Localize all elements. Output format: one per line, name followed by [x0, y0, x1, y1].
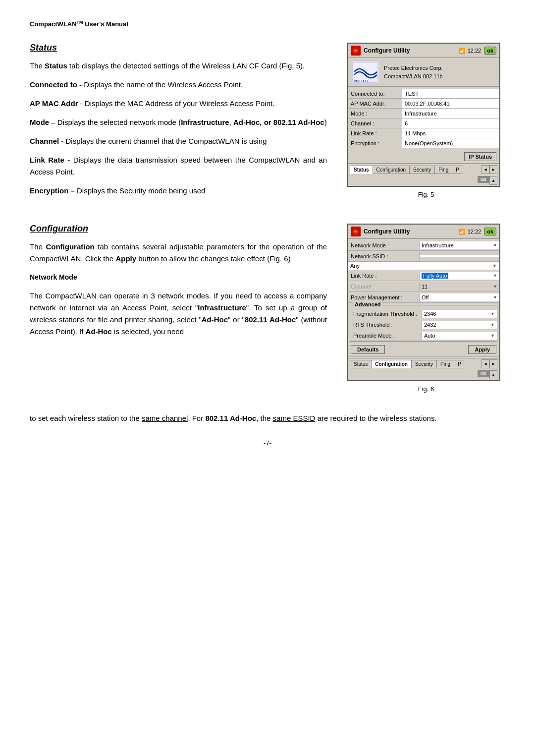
field-label-link-rate: Link Rate :: [348, 128, 402, 138]
config-value-frag[interactable]: 2346 ▼: [422, 310, 497, 318]
field-encryption: Encryption : None(OpenSystem): [348, 138, 499, 148]
config-device-window: Configure Utility 📶 12:22 ok Network Mod…: [347, 224, 500, 381]
status-device-window: Configure Utility 📶 12:22 ok: [347, 43, 500, 187]
config-ok-button[interactable]: ok: [484, 228, 496, 235]
bottom-text-part3: , the: [256, 414, 270, 422]
tab-security[interactable]: Security: [409, 166, 434, 174]
config-value-channel: 11 ▼: [420, 283, 499, 291]
doc-header: CompactWLANTM User's Manual: [30, 20, 505, 28]
config-scroll-up-arrow[interactable]: ▲: [489, 370, 497, 379]
tab-p[interactable]: P: [452, 166, 463, 174]
advanced-legend: Advanced: [353, 301, 382, 307]
ap-mac-para: AP MAC Addr - Displays the MAC Address o…: [30, 98, 327, 110]
config-tab-configuration[interactable]: Configuration: [371, 360, 411, 368]
config-field-channel: Channel : 11 ▼: [348, 281, 499, 292]
config-value-network-mode[interactable]: Infrastructure ▼: [420, 241, 499, 249]
config-field-any: Any ▼: [348, 262, 499, 270]
config-bold: Configuration: [46, 242, 94, 251]
config-label-link-rate: Link Rate :: [348, 272, 420, 280]
bottom-text: to set each wireless station to the same…: [30, 412, 505, 424]
tab-nav: ◄ ►: [482, 165, 497, 174]
bottom-bold: 802.11 Ad-Hoc: [205, 414, 256, 422]
config-value-link-rate[interactable]: Fully Auto ▼: [420, 272, 499, 280]
encryption-para: Encryption – Displays the Security mode …: [30, 185, 327, 197]
bottom-text-part4: are required to the wireless stations.: [318, 414, 437, 422]
tab-status[interactable]: Status: [350, 166, 373, 174]
advanced-group: Advanced Fragmentation Threshold : 2346 …: [350, 305, 497, 342]
product-name: CompactWLAN 802.11b: [384, 72, 443, 81]
bottom-text-part1: to set each wireless station to the: [30, 414, 140, 422]
mode-para: Mode – Displays the selected network mod…: [30, 116, 327, 128]
config-tab-status[interactable]: Status: [350, 360, 371, 368]
config-value-rts[interactable]: 2432 ▼: [422, 321, 497, 329]
same-essid-text: same ESSID: [273, 414, 316, 422]
config-value-power-mgmt[interactable]: Off ▼: [420, 293, 499, 301]
field-connected-to: Connected to: TEST: [348, 89, 499, 99]
tab-configuration[interactable]: Configuration: [373, 166, 409, 174]
field-value-ap-mac: 00:03:2F:00:A8:41: [402, 99, 499, 108]
config-tab-ping[interactable]: Ping: [436, 360, 454, 368]
signal-icon: 📶: [459, 48, 466, 54]
apply-button[interactable]: Apply: [468, 345, 496, 354]
config-title: Configuration: [30, 224, 327, 234]
manual-title: User's Manual: [85, 20, 128, 28]
config-intro: The Configuration tab contains several a…: [30, 241, 327, 265]
status-title: Status: [30, 43, 327, 53]
config-tab-p[interactable]: P: [454, 360, 465, 368]
field-link-rate: Link Rate : 11 Mbps: [348, 128, 499, 138]
config-titlebar: Configure Utility 📶 12:22 ok: [348, 225, 499, 239]
config-value-network-ssid: [420, 255, 499, 257]
advanced-fields: Fragmentation Threshold : 2346 ▼ RTS Thr…: [350, 308, 497, 341]
field-label-channel: Channel :: [348, 118, 402, 128]
config-label-rts: RTS Threshold :: [350, 321, 422, 329]
field-value-mode: Infrastructure: [402, 109, 499, 118]
config-tab-next-arrow[interactable]: ►: [489, 359, 497, 368]
channel-para: Channel - Displays the current channel t…: [30, 135, 327, 147]
status-fields: Connected to: TEST AP MAC Addr: 00:03:2F…: [348, 87, 499, 150]
config-label-channel: Channel :: [348, 283, 420, 291]
ip-status-button[interactable]: IP Status: [464, 152, 496, 161]
status-intro: The Status tab displays the detected set…: [30, 60, 327, 72]
frag-dropdown-arrow: ▼: [490, 311, 495, 316]
config-time-area: 📶 12:22: [459, 229, 482, 235]
field-label-encryption: Encryption :: [348, 138, 402, 148]
config-clock-time: 12:22: [468, 229, 482, 234]
config-label-frag: Fragmentation Threshold :: [350, 310, 422, 318]
config-buttons-row: Defaults Apply: [348, 343, 499, 357]
scroll-up-arrow[interactable]: ▲: [489, 176, 497, 185]
config-field-network-mode: Network Mode : Infrastructure ▼: [348, 240, 499, 251]
config-tab-prev-arrow[interactable]: ◄: [482, 359, 489, 368]
status-window-title: Configure Utility: [364, 47, 456, 54]
network-mode-title: Network Mode: [30, 272, 327, 283]
config-field-preamble: Preamble Mode : Auto ▼: [350, 330, 497, 341]
field-label-connected: Connected to:: [348, 89, 402, 98]
page-number: -7-: [30, 439, 505, 447]
config-app-icon: [351, 227, 361, 236]
config-value-preamble[interactable]: Auto ▼: [422, 332, 497, 340]
config-value-any[interactable]: Any ▼: [348, 262, 499, 270]
config-signal-icon: 📶: [459, 229, 466, 235]
encryption-label: Encryption –: [30, 186, 75, 195]
pretec-logo: PRETEC: [352, 61, 379, 83]
config-tab-security[interactable]: Security: [411, 360, 436, 368]
defaults-button[interactable]: Defaults: [351, 345, 385, 354]
status-tabs[interactable]: Status Configuration Security Ping P ◄ ►: [348, 164, 499, 175]
config-bottom-bar: ⌨ ▲: [348, 369, 499, 380]
svg-text:PRETEC: PRETEC: [354, 79, 368, 83]
logo-area: PRETEC Pretec Electronics Corp. CompactW…: [348, 58, 499, 87]
app-icon: [351, 46, 361, 56]
config-label-network-mode: Network Mode :: [348, 241, 420, 249]
channel-label: Channel -: [30, 137, 63, 145]
power-dropdown-arrow: ▼: [493, 295, 497, 300]
config-label-network-ssid: Network SSID :: [348, 252, 420, 260]
keyboard-icon: ⌨: [478, 176, 489, 183]
tab-ping[interactable]: Ping: [434, 166, 452, 174]
status-fig-label: Fig. 5: [347, 191, 505, 198]
tab-next-arrow[interactable]: ►: [489, 165, 497, 174]
tab-prev-arrow[interactable]: ◄: [482, 165, 489, 174]
config-figure: Configure Utility 📶 12:22 ok Network Mod…: [347, 224, 505, 393]
ok-button[interactable]: ok: [484, 47, 496, 55]
config-fields: Network Mode : Infrastructure ▼ Network …: [348, 239, 499, 358]
mode-label: Mode: [30, 118, 49, 126]
config-tabs[interactable]: Status Configuration Security Ping P ◄ ►: [348, 358, 499, 369]
